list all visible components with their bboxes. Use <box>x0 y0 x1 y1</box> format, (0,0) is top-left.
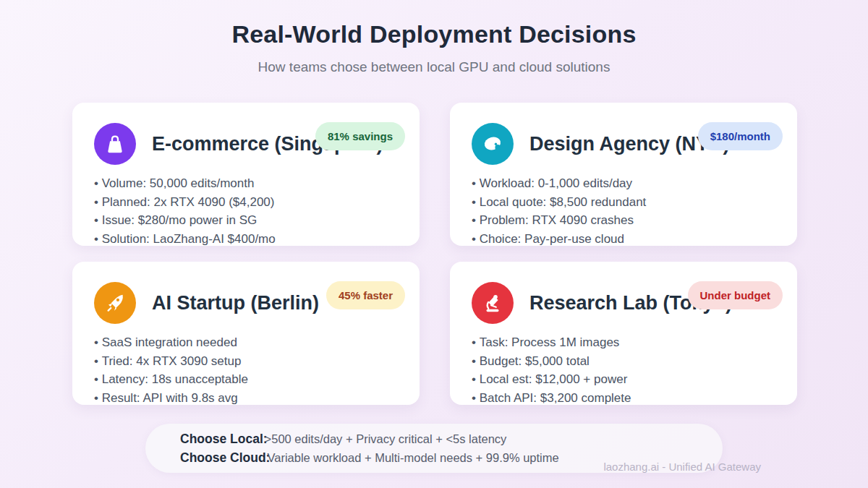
card-ecommerce-singapore: E-commerce (Singapore) 81% savings Volum… <box>72 103 420 246</box>
bullet-list: Workload: 0-1,000 edits/day Local quote:… <box>472 174 775 246</box>
bullet-list: SaaS integration needed Tried: 4x RTX 30… <box>94 333 398 405</box>
bullet-item: Local est: $12,000 + power <box>472 370 775 389</box>
bullet-list: Task: Process 1M images Budget: $5,000 t… <box>472 333 775 405</box>
bullet-item: Solution: LaoZhang-AI $400/mo <box>94 230 398 247</box>
case-study-grid: E-commerce (Singapore) 81% savings Volum… <box>72 103 796 405</box>
bullet-item: Latency: 18s unacceptable <box>94 370 398 389</box>
card-title: AI Startup (Berlin) <box>152 292 319 314</box>
palette-icon <box>472 123 514 165</box>
bullet-item: Tried: 4x RTX 3090 setup <box>94 352 398 371</box>
page-title: Real-World Deployment Decisions <box>0 20 868 48</box>
bullet-item: Batch API: $3,200 complete <box>472 389 775 406</box>
brand-watermark: laozhang.ai - Unified AI Gateway <box>603 461 761 473</box>
card-research-lab-tokyo: Research Lab (Tokyo) Under budget Task: … <box>450 262 797 405</box>
infographic-page: Real-World Deployment Decisions How team… <box>0 0 868 488</box>
bullet-list: Volume: 50,000 edits/month Planned: 2x R… <box>94 174 398 246</box>
choose-local-label: Choose Local: <box>180 432 268 447</box>
shopping-bag-icon <box>94 123 136 165</box>
page-subtitle: How teams chose between local GPU and cl… <box>0 59 868 75</box>
bullet-item: Volume: 50,000 edits/month <box>94 174 398 193</box>
bullet-item: Task: Process 1M images <box>472 333 775 352</box>
bullet-item: Result: API with 9.8s avg <box>94 389 398 406</box>
savings-badge: 81% savings <box>315 122 405 150</box>
bullet-item: Issue: $280/mo power in SG <box>94 211 398 230</box>
bullet-item: Problem: RTX 4090 crashes <box>472 211 775 230</box>
budget-badge: Under budget <box>688 281 783 309</box>
choose-cloud-value: Variable workload + Multi-model needs + … <box>267 451 558 465</box>
bullet-item: Workload: 0-1,000 edits/day <box>472 174 775 193</box>
choose-cloud-label: Choose Cloud: <box>180 450 270 466</box>
bullet-item: SaaS integration needed <box>94 333 398 352</box>
choose-local-row: Choose Local: >500 edits/day + Privacy c… <box>180 432 723 447</box>
rocket-icon <box>94 282 136 324</box>
card-ai-startup-berlin: AI Startup (Berlin) 45% faster SaaS inte… <box>72 262 420 405</box>
choose-local-value: >500 edits/day + Privacy critical + <5s … <box>265 432 507 446</box>
price-badge: $180/month <box>698 122 783 150</box>
microscope-icon <box>472 282 514 324</box>
bullet-item: Budget: $5,000 total <box>472 352 775 371</box>
speed-badge: 45% faster <box>326 281 405 309</box>
bullet-item: Planned: 2x RTX 4090 ($4,200) <box>94 193 398 212</box>
card-design-agency-nyc: Design Agency (NYC) $180/month Workload:… <box>450 103 797 246</box>
bullet-item: Choice: Pay-per-use cloud <box>472 230 775 247</box>
page-header: Real-World Deployment Decisions How team… <box>0 0 868 75</box>
bullet-item: Local quote: $8,500 redundant <box>472 193 775 212</box>
